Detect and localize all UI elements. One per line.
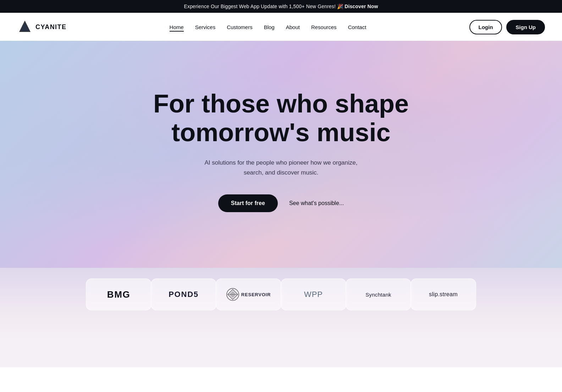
bmg-logo: BMG bbox=[107, 289, 130, 300]
nav-about[interactable]: About bbox=[286, 24, 300, 30]
logo[interactable]: CYANITE bbox=[17, 19, 66, 35]
nav-customers[interactable]: Customers bbox=[227, 24, 253, 30]
reservoir-text: RESERVOIR bbox=[241, 292, 271, 297]
main-nav: Home Services Customers Blog About Resou… bbox=[170, 24, 367, 30]
nav-contact[interactable]: Contact bbox=[348, 24, 367, 30]
nav-services[interactable]: Services bbox=[195, 24, 216, 30]
nav-blog[interactable]: Blog bbox=[264, 24, 275, 30]
announcement-bar: Experience Our Biggest Web App Update wi… bbox=[0, 0, 562, 13]
hero-title-line1: For those who shape bbox=[153, 89, 409, 118]
hero-subtitle: AI solutions for the people who pioneer … bbox=[203, 158, 359, 177]
hero-actions: Start for free See what's possible... bbox=[218, 194, 344, 212]
announcement-text: Experience Our Biggest Web App Update wi… bbox=[184, 4, 343, 9]
hero-title-line2: tomorrow's music bbox=[171, 118, 390, 147]
see-possible-button[interactable]: See what's possible... bbox=[289, 200, 344, 206]
header: CYANITE Home Services Customers Blog Abo… bbox=[0, 13, 562, 41]
logo-text: CYANITE bbox=[35, 23, 66, 31]
logo-icon bbox=[17, 19, 33, 35]
partner-reservoir: RESERVOIR bbox=[216, 278, 281, 310]
reservoir-logo: RESERVOIR bbox=[226, 288, 271, 301]
partner-bmg: BMG bbox=[86, 278, 151, 310]
partner-wpp: WPP bbox=[281, 278, 346, 310]
partner-synchtank: Synchtank bbox=[346, 278, 411, 310]
partner-pond5: POND5 bbox=[151, 278, 216, 310]
start-free-button[interactable]: Start for free bbox=[218, 194, 278, 212]
hero-section: For those who shape tomorrow's music AI … bbox=[0, 41, 562, 268]
slipstream-logo: slip.stream bbox=[429, 291, 458, 298]
partners-section: BMG POND5 RESERVOIR WPP Synchtank sli bbox=[0, 268, 562, 339]
signup-button[interactable]: Sign Up bbox=[506, 20, 545, 34]
synchtank-logo: Synchtank bbox=[365, 292, 391, 298]
nav-resources[interactable]: Resources bbox=[311, 24, 337, 30]
login-button[interactable]: Login bbox=[469, 20, 502, 34]
partners-logos: BMG POND5 RESERVOIR WPP Synchtank sli bbox=[21, 278, 541, 310]
footer-spacer bbox=[0, 339, 562, 367]
announcement-cta[interactable]: Discover Now bbox=[345, 4, 378, 9]
nav-home[interactable]: Home bbox=[170, 24, 184, 30]
header-actions: Login Sign Up bbox=[469, 20, 545, 34]
pond5-logo: POND5 bbox=[169, 290, 199, 299]
reservoir-diamond-icon bbox=[226, 288, 239, 301]
hero-title: For those who shape tomorrow's music bbox=[153, 89, 409, 147]
wpp-logo: WPP bbox=[304, 290, 323, 299]
partner-slipstream: slip.stream bbox=[411, 278, 476, 310]
